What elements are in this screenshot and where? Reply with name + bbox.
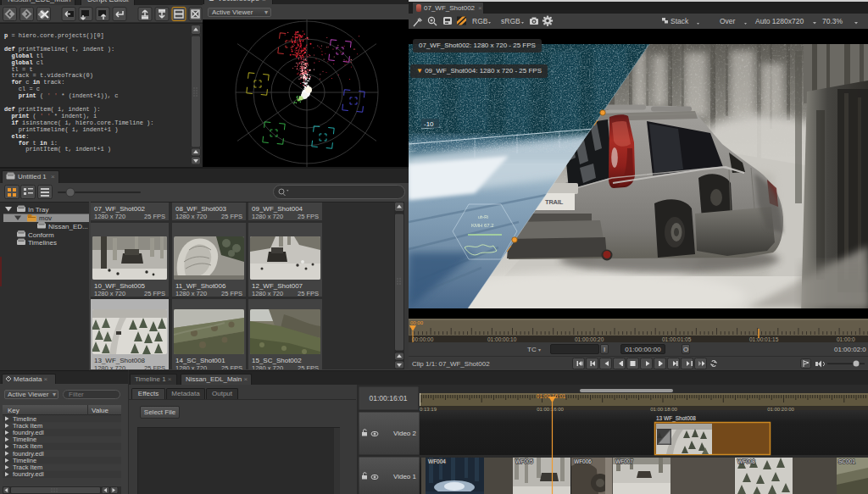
svg-text:sRGB: sRGB xyxy=(501,17,520,25)
svg-text:0:13:19: 0:13:19 xyxy=(420,407,437,412)
svg-text:01:00:16:00: 01:00:16:00 xyxy=(537,407,564,412)
svg-text:01:00:00:10: 01:00:00:10 xyxy=(487,336,517,342)
svg-text:WF005: WF005 xyxy=(515,458,533,464)
svg-text:00:00:00: 00:00:00 xyxy=(412,336,434,342)
svg-text:00:00: 00:00 xyxy=(410,320,424,325)
svg-text:01:00:00:20: 01:00:00:20 xyxy=(575,336,604,342)
svg-text:Nissan_ED...: Nissan_ED... xyxy=(48,223,88,230)
svg-text:WF004: WF004 xyxy=(428,458,446,464)
svg-text:70.3%: 70.3% xyxy=(822,17,843,25)
svg-text:01:00:16:01: 01:00:16:01 xyxy=(370,394,408,402)
svg-text:Auto 1280x720: Auto 1280x720 xyxy=(755,17,804,25)
svg-text:RGB: RGB xyxy=(472,17,488,25)
svg-text:uh-Ri: uh-Ri xyxy=(478,214,488,219)
svg-text:WF008: WF008 xyxy=(737,458,755,464)
svg-text:01:00:01:05: 01:00:01:05 xyxy=(662,336,692,342)
svg-text:Stack: Stack xyxy=(670,17,689,25)
svg-text:01:00:18:00: 01:00:18:00 xyxy=(650,407,677,412)
svg-text:01:00:0: 01:00:0 xyxy=(837,336,855,342)
svg-text:SC001: SC001 xyxy=(838,458,855,464)
svg-text:01:00:01:15: 01:00:01:15 xyxy=(749,336,779,342)
svg-text:KMH 67.2: KMH 67.2 xyxy=(471,223,494,228)
svg-text:In Tray: In Tray xyxy=(28,206,48,214)
svg-text:TRAIL: TRAIL xyxy=(545,198,564,206)
svg-text:13 WF_Shot008: 13 WF_Shot008 xyxy=(656,415,696,422)
svg-text:foundry.edl: foundry.edl xyxy=(13,470,44,478)
svg-text:Timelines: Timelines xyxy=(28,239,57,247)
svg-text:-10: -10 xyxy=(424,120,434,128)
svg-text:01:00:20:00: 01:00:20:00 xyxy=(767,407,794,412)
svg-text:Video 1: Video 1 xyxy=(393,473,417,480)
svg-text:Conform: Conform xyxy=(28,231,54,239)
svg-text:Over: Over xyxy=(720,17,736,25)
svg-text:Video 2: Video 2 xyxy=(393,430,417,437)
svg-text:WF006: WF006 xyxy=(574,458,592,464)
svg-text:mov: mov xyxy=(39,214,52,222)
svg-text:WF007: WF007 xyxy=(615,458,633,464)
